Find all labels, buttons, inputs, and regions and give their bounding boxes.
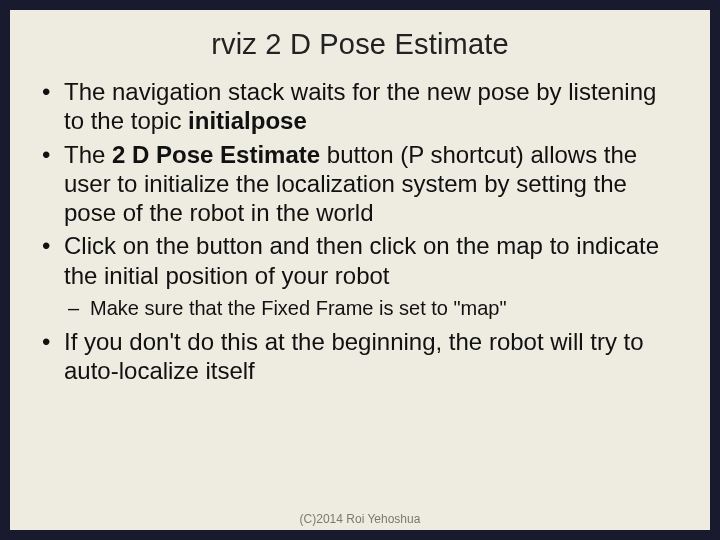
bullet-text: The xyxy=(64,141,112,168)
footer-copyright: (C)2014 Roi Yehoshua xyxy=(10,512,710,526)
bullet-item: Click on the button and then click on th… xyxy=(38,231,682,321)
bullet-bold: 2 D Pose Estimate xyxy=(112,141,320,168)
bullet-item: If you don't do this at the beginning, t… xyxy=(38,327,682,386)
bullet-bold: initialpose xyxy=(188,107,307,134)
sub-bullet-list: Make sure that the Fixed Frame is set to… xyxy=(64,296,682,321)
bullet-item: The 2 D Pose Estimate button (P shortcut… xyxy=(38,140,682,228)
slide: rviz 2 D Pose Estimate The navigation st… xyxy=(10,10,710,530)
bullet-text: If you don't do this at the beginning, t… xyxy=(64,328,644,384)
bullet-text: Click on the button and then click on th… xyxy=(64,232,659,288)
sub-bullet-item: Make sure that the Fixed Frame is set to… xyxy=(64,296,682,321)
slide-title: rviz 2 D Pose Estimate xyxy=(38,28,682,61)
bullet-list: The navigation stack waits for the new p… xyxy=(38,77,682,385)
bullet-item: The navigation stack waits for the new p… xyxy=(38,77,682,136)
sub-bullet-text: Make sure that the Fixed Frame is set to… xyxy=(90,297,507,319)
bullet-text: The navigation stack waits for the new p… xyxy=(64,78,656,134)
